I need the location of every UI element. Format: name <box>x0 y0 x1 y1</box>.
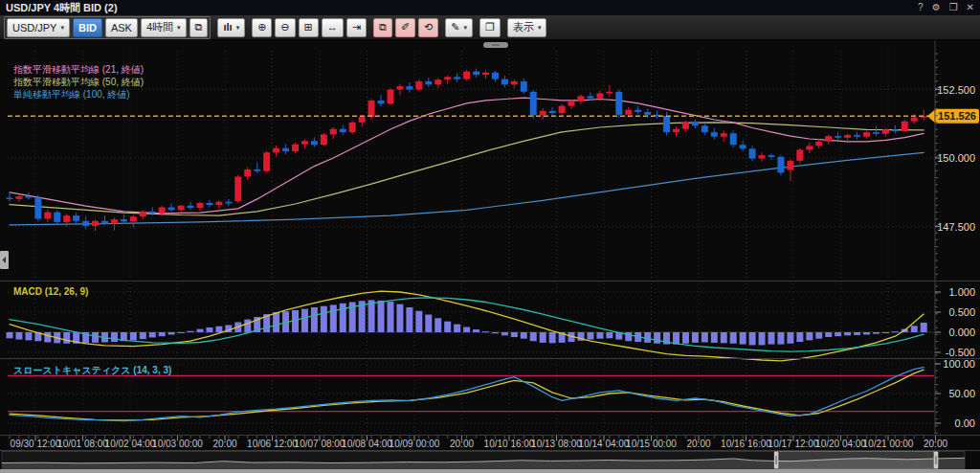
svg-text:10/14 04:00: 10/14 04:00 <box>579 439 630 449</box>
chart-svg: 152.500150.000147.5001.0000.5000.000-0.5… <box>0 40 980 473</box>
svg-text:100.00: 100.00 <box>943 358 975 370</box>
maximize-icon[interactable]: ❐ <box>949 0 958 15</box>
fit-width-button[interactable]: ↔ <box>322 18 344 37</box>
svg-text:151.526: 151.526 <box>938 110 976 122</box>
svg-text:-0.500: -0.500 <box>946 347 975 358</box>
window-title: USD/JPY 4時間 BID (2) <box>6 2 118 13</box>
svg-text:09/30 12:00: 09/30 12:00 <box>11 439 61 449</box>
svg-text:10/01 08:00: 10/01 08:00 <box>57 439 108 449</box>
svg-text:10/09 00:00: 10/09 00:00 <box>390 439 440 449</box>
ask-button[interactable]: ASK <box>105 18 138 37</box>
pencil-icon: ✎ <box>451 22 459 33</box>
symbol-group: USD/JPY ▾ BID ASK 4時間 ▾ ⧉ <box>4 16 211 39</box>
chevron-down-icon: ▾ <box>60 24 64 32</box>
svg-text:150.000: 150.000 <box>937 152 975 164</box>
svg-text:1.000: 1.000 <box>948 286 975 298</box>
svg-text:10/16 16:00: 10/16 16:00 <box>721 439 771 449</box>
annotate-chart-icon: ✐ <box>401 22 410 33</box>
chevron-down-icon: ▾ <box>538 24 542 32</box>
popup-chart-button[interactable]: ⧉ <box>373 18 392 37</box>
svg-text:20:00: 20:00 <box>686 439 710 449</box>
svg-text:20:00: 20:00 <box>212 439 236 449</box>
zoom-in-button[interactable]: ⊕ <box>252 18 272 37</box>
revert-chart-button[interactable]: ⟲ <box>418 18 438 37</box>
svg-text:10/06 12:00: 10/06 12:00 <box>247 439 298 449</box>
symbol-select-value: USD/JPY <box>12 22 56 34</box>
navigator-selection[interactable] <box>778 452 934 469</box>
fit-width-icon: ↔ <box>327 22 338 33</box>
zoom-in-icon: ⊕ <box>257 22 266 33</box>
svg-text:10/17 12:00: 10/17 12:00 <box>768 439 819 449</box>
svg-text:10/03 00:00: 10/03 00:00 <box>152 439 203 449</box>
popup-chart-icon: ⧉ <box>379 22 387 33</box>
chart-type-select[interactable]: ılı ▾ <box>217 18 245 37</box>
svg-text:10/08 04:00: 10/08 04:00 <box>342 439 392 449</box>
svg-text:20:00: 20:00 <box>924 439 947 449</box>
chevron-down-icon: ▾ <box>464 24 468 32</box>
svg-text:10/13 08:00: 10/13 08:00 <box>531 439 582 449</box>
annotate-chart-button[interactable]: ✐ <box>395 18 415 37</box>
bid-button[interactable]: BID <box>73 18 102 37</box>
revert-chart-icon: ⟲ <box>424 22 433 33</box>
chevron-down-icon: ▾ <box>236 24 240 32</box>
title-bar: USD/JPY 4時間 BID (2) ? ⚙ ❐ ✕ <box>0 0 980 15</box>
toolbar: USD/JPY ▾ BID ASK 4時間 ▾ ⧉ ılı ▾ <box>0 15 980 40</box>
bid-button-label: BID <box>78 22 97 34</box>
zoom-out-icon: ⊖ <box>280 22 289 33</box>
symbol-select[interactable]: USD/JPY ▾ <box>7 18 70 37</box>
display-menu-button[interactable]: 表示 ▾ <box>507 18 547 37</box>
svg-text:10/07 08:00: 10/07 08:00 <box>295 439 345 449</box>
svg-text:20:00: 20:00 <box>450 439 474 449</box>
ask-button-label: ASK <box>111 22 132 34</box>
svg-text:10/15 00:00: 10/15 00:00 <box>626 439 677 449</box>
zoom-out-button[interactable]: ⊖ <box>275 18 295 37</box>
layout-button[interactable]: ❐ <box>479 18 501 37</box>
layout-icon: ❐ <box>485 22 495 33</box>
chevron-down-icon: ▾ <box>177 24 181 32</box>
scroll-to-latest-button[interactable]: ⇥ <box>346 18 367 37</box>
svg-text:152.500: 152.500 <box>937 84 975 96</box>
window-controls: ? ⚙ ❐ ✕ <box>918 0 974 15</box>
compare-symbol-button[interactable]: ⧉ <box>189 18 209 37</box>
svg-text:0.00: 0.00 <box>955 417 975 429</box>
close-icon[interactable]: ✕ <box>967 0 974 15</box>
svg-text:50.00: 50.00 <box>948 388 975 399</box>
svg-text:10/10 16:00: 10/10 16:00 <box>484 439 535 449</box>
svg-text:147.500: 147.500 <box>937 221 975 233</box>
timeframe-select[interactable]: 4時間 ▾ <box>141 18 187 37</box>
help-icon[interactable]: ? <box>918 0 924 15</box>
expand-icon: ⊞ <box>304 22 313 33</box>
expand-chart-button[interactable]: ⊞ <box>299 18 319 37</box>
svg-text:0.500: 0.500 <box>948 306 975 318</box>
svg-text:10/20 04:00: 10/20 04:00 <box>815 439 866 449</box>
candlestick-type-icon: ılı <box>223 22 232 33</box>
svg-text:0.000: 0.000 <box>948 327 975 338</box>
settings-gear-icon[interactable]: ⚙ <box>932 0 941 15</box>
chart-window: USD/JPY 4時間 BID (2) ? ⚙ ❐ ✕ USD/JPY ▾ BI… <box>0 0 980 473</box>
chart-canvas[interactable]: 152.500150.000147.5001.0000.5000.000-0.5… <box>0 40 980 473</box>
timeframe-select-value: 4時間 <box>146 20 173 34</box>
compare-icon: ⧉ <box>195 22 203 33</box>
svg-text:10/02 04:00: 10/02 04:00 <box>105 439 156 449</box>
display-menu-label: 表示 <box>513 20 534 34</box>
svg-text:10/21 00:00: 10/21 00:00 <box>863 439 914 449</box>
draw-tool-select[interactable]: ✎ ▾ <box>445 18 473 37</box>
shift-right-icon: ⇥ <box>352 22 361 33</box>
